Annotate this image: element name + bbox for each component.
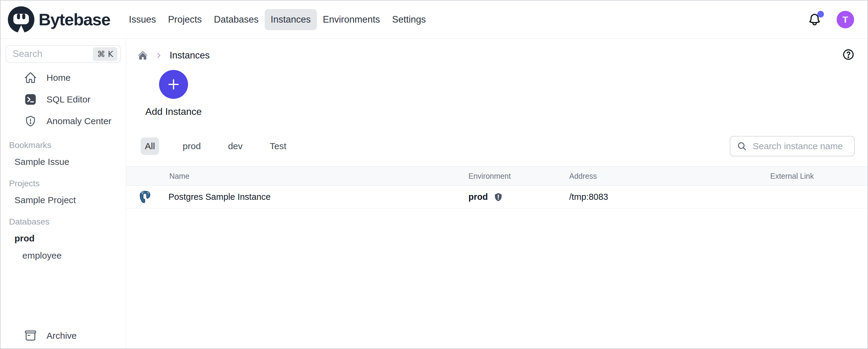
instance-row[interactable]: Postgres Sample Instance prod /tmp:8083 <box>126 186 867 209</box>
search-instance-placeholder: Search instance name <box>753 141 843 151</box>
instance-table-header: Name Environment Address External Link <box>126 166 867 186</box>
sidebar-item-archive[interactable]: Archive <box>1 325 126 347</box>
instance-name-cell: Postgres Sample Instance <box>126 190 468 204</box>
env-tab-all[interactable]: All <box>141 137 159 155</box>
column-header-name: Name <box>126 172 468 180</box>
bytebase-logo[interactable]: Bytebase <box>8 6 110 33</box>
instance-name: Postgres Sample Instance <box>168 192 271 202</box>
sidebar-database-env-prod[interactable]: prod <box>1 230 126 247</box>
instance-table: Name Environment Address External Link <box>126 166 867 209</box>
nav-instances[interactable]: Instances <box>265 9 317 30</box>
sidebar: Search ⌘ K Home SQL Editor <box>1 39 126 348</box>
search-shortcut-keycap: ⌘ K <box>93 47 117 61</box>
sidebar-item-sql-editor[interactable]: SQL Editor <box>1 89 126 110</box>
brand-name: Bytebase <box>39 10 110 29</box>
search-instance-input[interactable]: Search instance name <box>730 136 855 156</box>
main-content: Instances Add Instance <box>126 39 867 348</box>
env-tab-prod[interactable]: prod <box>179 137 204 155</box>
bytebase-logo-icon <box>8 6 34 33</box>
breadcrumb-current: Instances <box>169 50 210 61</box>
sidebar-search-placeholder: Search <box>13 48 42 59</box>
shield-alert-icon <box>24 115 37 128</box>
breadcrumb: Instances <box>137 50 210 61</box>
notification-bell-button[interactable] <box>808 13 822 27</box>
filter-row: All prod dev Test Search instance name <box>141 136 855 157</box>
sidebar-item-label: Home <box>46 73 71 83</box>
top-navbar: Bytebase Issues Projects Databases Insta… <box>1 1 867 39</box>
sidebar-section-bookmarks: Bookmarks <box>1 137 126 153</box>
add-instance-button[interactable] <box>159 70 188 99</box>
add-instance-block: Add Instance <box>137 70 210 117</box>
instance-address-cell: /tmp:8083 <box>569 192 770 202</box>
breadcrumb-home-icon[interactable] <box>137 50 148 61</box>
sidebar-database-employee[interactable]: employee <box>1 247 126 264</box>
sidebar-bookmark-sample-issue[interactable]: Sample Issue <box>1 153 126 170</box>
nav-issues[interactable]: Issues <box>123 9 162 30</box>
sidebar-search-input[interactable]: Search ⌘ K <box>5 45 121 63</box>
archive-box-icon <box>24 329 37 342</box>
sidebar-section-projects: Projects <box>1 176 126 191</box>
postgresql-icon <box>139 190 151 204</box>
help-button[interactable] <box>842 48 855 61</box>
environment-name: prod <box>468 192 488 202</box>
sidebar-section-databases: Databases <box>1 214 126 230</box>
nav-settings[interactable]: Settings <box>386 9 432 30</box>
user-avatar[interactable]: T <box>837 11 854 28</box>
column-header-environment: Environment <box>468 172 569 180</box>
sidebar-spacer <box>1 264 126 325</box>
nav-projects[interactable]: Projects <box>162 9 208 30</box>
search-icon <box>737 141 747 151</box>
plus-icon <box>166 76 181 92</box>
sidebar-item-label: Anomaly Center <box>46 116 112 126</box>
shield-protected-icon <box>493 192 503 202</box>
sidebar-item-anomaly-center[interactable]: Anomaly Center <box>1 110 126 132</box>
question-mark-circle-icon <box>842 48 855 61</box>
nav-environments[interactable]: Environments <box>317 9 386 30</box>
notification-dot <box>817 11 824 18</box>
nav-databases[interactable]: Databases <box>208 9 265 30</box>
terminal-icon <box>24 93 37 106</box>
home-icon <box>24 71 37 84</box>
sidebar-item-label: SQL Editor <box>46 94 91 105</box>
env-tab-test[interactable]: Test <box>266 137 290 155</box>
column-header-address: Address <box>569 172 770 180</box>
topbar-right: T <box>808 11 854 28</box>
chevron-right-icon <box>155 52 162 59</box>
column-header-external-link: External Link <box>770 172 867 180</box>
instance-environment-cell: prod <box>468 192 569 202</box>
sidebar-item-home[interactable]: Home <box>1 67 126 89</box>
sidebar-item-label: Archive <box>46 330 77 341</box>
env-tab-dev[interactable]: dev <box>224 137 246 155</box>
add-instance-label: Add Instance <box>137 106 210 117</box>
main-nav: Issues Projects Databases Instances Envi… <box>123 9 432 30</box>
sidebar-project-sample-project[interactable]: Sample Project <box>1 191 126 209</box>
